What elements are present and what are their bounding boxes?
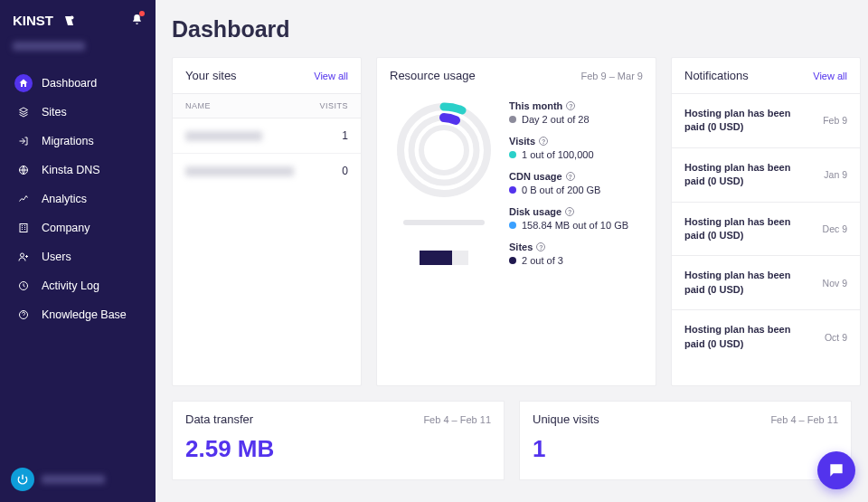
footer-user-label bbox=[42, 475, 105, 484]
sidebar-item-label: Sites bbox=[42, 106, 67, 118]
sidebar-item-analytics[interactable]: Analytics bbox=[7, 185, 148, 213]
usage-donut-chart bbox=[394, 100, 494, 200]
svg-rect-3 bbox=[20, 224, 27, 232]
sites-table-header: NAME VISITS bbox=[173, 93, 361, 118]
sidebar: KINST Dashboard Sites bbox=[0, 0, 156, 502]
site-name bbox=[185, 166, 294, 176]
sidebar-nav: Dashboard Sites Migrations Kinsta DNS An… bbox=[0, 63, 156, 329]
sidebar-item-label: Kinsta DNS bbox=[42, 164, 100, 176]
table-row[interactable]: 1 bbox=[173, 118, 361, 154]
progress-bar bbox=[403, 220, 485, 225]
date-range: Feb 9 – Mar 9 bbox=[581, 71, 643, 81]
layers-icon bbox=[14, 103, 33, 121]
logo[interactable]: KINST bbox=[13, 14, 78, 28]
notification-dot bbox=[139, 11, 145, 16]
sidebar-item-dns[interactable]: Kinsta DNS bbox=[7, 156, 148, 185]
power-icon[interactable] bbox=[11, 468, 34, 491]
col-name: NAME bbox=[185, 101, 211, 110]
data-transfer-card: Data transfer Feb 4 – Feb 11 2.59 MB bbox=[172, 401, 505, 480]
notification-item[interactable]: Hosting plan has been paid (0 USD) Feb 9 bbox=[672, 93, 860, 147]
sidebar-item-dashboard[interactable]: Dashboard bbox=[7, 69, 148, 98]
metric-sites: Sites? 2 out of 3 bbox=[509, 242, 643, 266]
help-icon[interactable]: ? bbox=[539, 137, 548, 146]
svg-point-9 bbox=[421, 128, 467, 173]
date-range: Feb 4 – Feb 11 bbox=[770, 414, 838, 425]
sidebar-item-label: Analytics bbox=[42, 193, 87, 205]
card-title: Unique visits bbox=[533, 412, 599, 426]
card-title: Resource usage bbox=[390, 69, 476, 82]
view-all-notifications-link[interactable]: View all bbox=[813, 71, 847, 81]
card-title: Data transfer bbox=[185, 412, 253, 426]
sidebar-item-users[interactable]: Users bbox=[7, 242, 148, 271]
metric-this-month: This month? Day 2 out of 28 bbox=[509, 100, 643, 125]
help-icon[interactable]: ? bbox=[536, 242, 545, 251]
table-row[interactable]: 0 bbox=[173, 154, 361, 188]
clock-icon bbox=[14, 277, 33, 295]
sidebar-item-company[interactable]: Company bbox=[7, 213, 148, 242]
building-icon bbox=[14, 219, 33, 237]
svg-point-1 bbox=[71, 16, 74, 20]
stat-value: 2.59 MB bbox=[185, 435, 491, 463]
sidebar-item-label: Activity Log bbox=[42, 279, 99, 292]
notification-item[interactable]: Hosting plan has been paid (0 USD) Oct 9 bbox=[672, 309, 860, 364]
exit-icon bbox=[14, 132, 33, 150]
sidebar-item-label: Knowledge Base bbox=[42, 308, 127, 321]
svg-point-4 bbox=[21, 253, 24, 257]
unique-visits-card: Unique visits Feb 4 – Feb 11 1 bbox=[519, 401, 852, 480]
view-all-sites-link[interactable]: View all bbox=[314, 71, 348, 81]
sidebar-item-label: Company bbox=[42, 222, 90, 234]
main-content: Dashboard Your sites View all NAME VISIT… bbox=[156, 0, 868, 502]
sidebar-item-label: Dashboard bbox=[42, 77, 97, 90]
notifications-bell-icon[interactable] bbox=[131, 13, 143, 29]
site-visits: 0 bbox=[342, 165, 348, 177]
chart-icon bbox=[14, 190, 33, 208]
sidebar-item-label: Users bbox=[42, 251, 71, 263]
metric-disk: Disk usage? 158.84 MB out of 10 GB bbox=[509, 206, 643, 231]
sidebar-item-sites[interactable]: Sites bbox=[7, 98, 148, 127]
home-icon bbox=[14, 74, 33, 92]
help-icon bbox=[14, 306, 33, 324]
chat-launcher-icon[interactable] bbox=[817, 451, 855, 489]
account-label bbox=[0, 36, 156, 63]
sites-bars bbox=[420, 251, 468, 265]
col-visits: VISITS bbox=[319, 101, 348, 110]
metric-visits: Visits? 1 out of 100,000 bbox=[509, 136, 643, 160]
page-title: Dashboard bbox=[172, 16, 852, 43]
your-sites-card: Your sites View all NAME VISITS 1 0 bbox=[172, 57, 362, 386]
notification-item[interactable]: Hosting plan has been paid (0 USD) Jan 9 bbox=[672, 147, 860, 202]
sidebar-item-kb[interactable]: Knowledge Base bbox=[7, 300, 148, 329]
notifications-card: Notifications View all Hosting plan has … bbox=[671, 57, 861, 386]
help-icon[interactable]: ? bbox=[565, 207, 574, 216]
user-plus-icon bbox=[14, 248, 33, 266]
resource-usage-card: Resource usage Feb 9 – Mar 9 bbox=[376, 57, 656, 386]
card-title: Notifications bbox=[684, 69, 749, 82]
site-visits: 1 bbox=[342, 129, 348, 142]
metric-cdn: CDN usage? 0 B out of 200 GB bbox=[509, 171, 643, 195]
sidebar-item-activity[interactable]: Activity Log bbox=[7, 271, 148, 300]
notification-item[interactable]: Hosting plan has been paid (0 USD) Dec 9 bbox=[672, 202, 860, 256]
help-icon[interactable]: ? bbox=[566, 101, 575, 110]
sidebar-footer bbox=[0, 457, 156, 502]
card-title: Your sites bbox=[185, 69, 237, 82]
notification-item[interactable]: Hosting plan has been paid (0 USD) Nov 9 bbox=[672, 255, 860, 309]
help-icon[interactable]: ? bbox=[566, 172, 575, 181]
stat-value: 1 bbox=[533, 435, 838, 463]
date-range: Feb 4 – Feb 11 bbox=[423, 414, 491, 425]
site-name bbox=[185, 131, 262, 141]
svg-text:KINST: KINST bbox=[13, 14, 53, 28]
globe-icon bbox=[14, 161, 33, 179]
sidebar-item-migrations[interactable]: Migrations bbox=[7, 127, 148, 156]
sidebar-item-label: Migrations bbox=[42, 135, 94, 147]
